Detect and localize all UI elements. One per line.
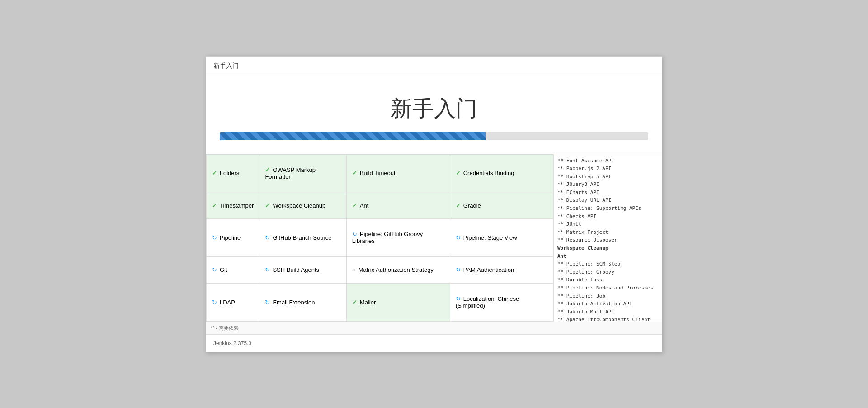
sidebar-line: ** Resource Disposer: [557, 236, 658, 244]
sidebar-line: ** Pipeline: Groovy: [557, 268, 658, 276]
cell-label: OWASP Markup Formatter: [265, 166, 316, 180]
cell-label: SSH Build Agents: [273, 266, 319, 273]
refresh-icon: ↻: [212, 266, 217, 273]
table-cell: ↻Git: [207, 256, 259, 283]
check-icon: ✓: [265, 166, 270, 173]
sidebar-line: ** Display URL API: [557, 196, 658, 204]
sidebar-line: ** Font Awesome API: [557, 157, 658, 165]
sidebar-line: ** ECharts API: [557, 189, 658, 197]
table-cell: ↻Pipeline: GitHub Groovy Libraries: [346, 219, 450, 257]
circle-icon: ○: [352, 266, 356, 273]
hero-section: 新手入门: [206, 76, 662, 154]
jenkins-version: Jenkins 2.375.3: [213, 340, 251, 346]
cell-label: Gradle: [463, 202, 481, 209]
table-cell: ✓Timestamper: [207, 192, 259, 219]
window-content: 新手入门 ✓Folders✓OWASP Markup Formatter✓Bui…: [206, 76, 662, 352]
sidebar-line: ** Jakarta Activation API: [557, 300, 658, 308]
cell-label: Pipeline: Stage View: [463, 234, 517, 241]
table-cell: ✓Ant: [346, 192, 450, 219]
window-title: 新手入门: [213, 62, 239, 69]
cell-label: Git: [220, 266, 227, 273]
plugins-table: ✓Folders✓OWASP Markup Formatter✓Build Ti…: [206, 154, 553, 322]
sidebar-panel[interactable]: ** Font Awesome API** Popper.js 2 API** …: [553, 154, 662, 322]
progress-bar-fill: [220, 132, 486, 140]
sidebar-line: ** Jakarta Mail API: [557, 308, 658, 316]
refresh-icon: ↻: [212, 299, 217, 306]
refresh-icon: ↻: [212, 234, 217, 241]
table-cell: ↻SSH Build Agents: [259, 256, 346, 283]
sidebar-line: ** Matrix Project: [557, 228, 658, 237]
sidebar-line: ** Durable Task: [557, 276, 658, 284]
footer: Jenkins 2.375.3: [206, 334, 662, 352]
main-window: 新手入门 新手入门 ✓Folders✓OWASP Markup Formatte…: [206, 56, 662, 352]
cell-label: GitHub Branch Source: [273, 234, 331, 241]
hero-title: 新手入门: [220, 94, 648, 123]
cell-label: Mailer: [360, 299, 376, 306]
table-cell: ✓Folders: [207, 154, 259, 192]
refresh-icon: ↻: [265, 266, 270, 273]
cell-label: LDAP: [220, 299, 235, 306]
table-cell: ✓Workspace Cleanup: [259, 192, 346, 219]
table-cell: ✓OWASP Markup Formatter: [259, 154, 346, 192]
progress-bar-container: [220, 132, 648, 140]
cell-label: Workspace Cleanup: [273, 202, 326, 209]
table-cell: ↻Email Extension: [259, 283, 346, 321]
cell-label: Pipeline: [220, 234, 241, 241]
table-cell: ✓Credentials Binding: [450, 154, 553, 192]
plugins-grid-area: ✓Folders✓OWASP Markup Formatter✓Build Ti…: [206, 154, 662, 322]
refresh-icon: ↻: [456, 295, 461, 302]
table-cell: ✓Mailer: [346, 283, 450, 321]
cell-label: Ant: [360, 202, 369, 209]
table-cell: ○Matrix Authorization Strategy: [346, 256, 450, 283]
sidebar-line: ** JQuery3 API: [557, 180, 658, 189]
legend-text: ** - 需要依赖: [211, 325, 239, 331]
refresh-icon: ↻: [265, 299, 270, 306]
sidebar-line: ** Pipeline: SCM Step: [557, 260, 658, 268]
sidebar-line: Workspace Cleanup: [557, 244, 658, 252]
table-cell: ↻PAM Authentication: [450, 256, 553, 283]
refresh-icon: ↻: [352, 231, 357, 237]
check-icon: ✓: [456, 202, 461, 209]
table-cell: ✓Build Timeout: [346, 154, 450, 192]
refresh-icon: ↻: [456, 266, 461, 273]
sidebar-line: ** Apache HttpComponents Client 4.x API: [557, 316, 658, 321]
sidebar-line: ** Pipeline: Nodes and Processes: [557, 284, 658, 292]
sidebar-line: ** Pipeline: Job: [557, 292, 658, 300]
cell-label: Timestamper: [220, 202, 254, 209]
sidebar-line: ** Bootstrap 5 API: [557, 173, 658, 181]
check-icon: ✓: [212, 170, 217, 176]
cell-label: Build Timeout: [360, 170, 396, 176]
check-icon: ✓: [265, 202, 270, 209]
sidebar-line: ** Popper.js 2 API: [557, 165, 658, 173]
cell-label: Matrix Authorization Strategy: [359, 266, 434, 273]
table-cell: ↻Pipeline: Stage View: [450, 219, 553, 257]
table-cell: ✓Gradle: [450, 192, 553, 219]
check-icon: ✓: [352, 299, 357, 306]
cell-label: Localization: Chinese (Simplified): [456, 295, 519, 309]
refresh-icon: ↻: [265, 234, 270, 241]
cell-label: Credentials Binding: [463, 170, 514, 176]
cell-label: Email Extension: [273, 299, 315, 306]
legend: ** - 需要依赖: [206, 322, 662, 334]
sidebar-line: ** Pipeline: Supporting APIs: [557, 204, 658, 213]
check-icon: ✓: [456, 170, 461, 176]
sidebar-line: Ant: [557, 252, 658, 261]
sidebar-line: ** JUnit: [557, 220, 658, 228]
cell-label: Folders: [220, 170, 239, 176]
table-cell: ↻Pipeline: [207, 219, 259, 257]
refresh-icon: ↻: [456, 234, 461, 241]
table-cell: ↻LDAP: [207, 283, 259, 321]
sidebar-line: ** Checks API: [557, 213, 658, 221]
check-icon: ✓: [352, 170, 357, 176]
table-cell: ↻GitHub Branch Source: [259, 219, 346, 257]
cell-label: Pipeline: GitHub Groovy Libraries: [352, 231, 423, 244]
check-icon: ✓: [212, 202, 217, 209]
table-cell: ↻Localization: Chinese (Simplified): [450, 283, 553, 321]
cell-label: PAM Authentication: [463, 266, 514, 273]
check-icon: ✓: [352, 202, 357, 209]
window-titlebar: 新手入门: [206, 57, 662, 76]
